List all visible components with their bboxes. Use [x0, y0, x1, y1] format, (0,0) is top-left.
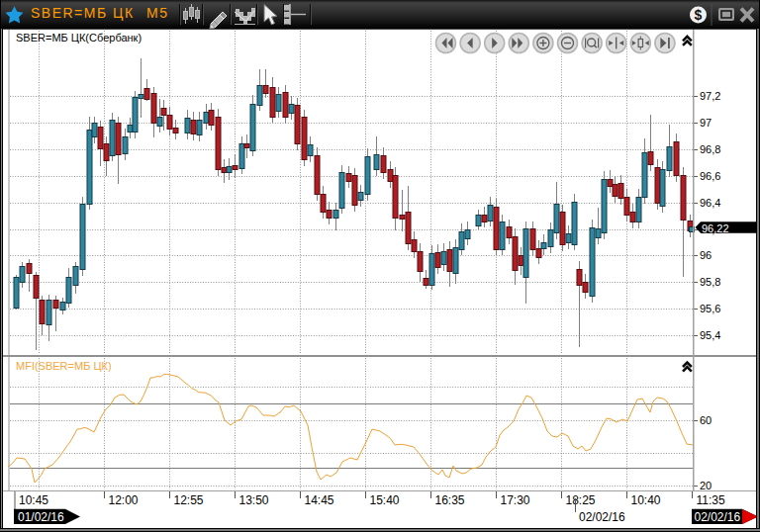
- svg-text:10:45: 10:45: [19, 493, 48, 507]
- svg-text:20: 20: [700, 480, 712, 491]
- svg-text:96,22: 96,22: [702, 222, 729, 234]
- svg-text:10:40: 10:40: [631, 493, 661, 507]
- svg-text:17:30: 17:30: [501, 493, 530, 507]
- svg-text:95,8: 95,8: [700, 276, 720, 288]
- svg-text:11:35: 11:35: [697, 493, 725, 507]
- svg-text:95,4: 95,4: [700, 329, 720, 341]
- svg-text:15:40: 15:40: [370, 493, 400, 507]
- svg-text:13:50: 13:50: [239, 493, 269, 507]
- svg-text:$: $: [695, 7, 703, 23]
- svg-text:02/02/16: 02/02/16: [695, 510, 741, 524]
- svg-text:14:45: 14:45: [305, 493, 334, 507]
- svg-text:02/02/16: 02/02/16: [579, 510, 625, 524]
- svg-text:96,8: 96,8: [700, 143, 720, 155]
- svg-text:MFI(SBER=МБ ЦК): MFI(SBER=МБ ЦК): [16, 360, 112, 372]
- svg-text:96,6: 96,6: [700, 170, 720, 182]
- svg-text:16:35: 16:35: [435, 493, 465, 507]
- svg-text:95,6: 95,6: [700, 303, 720, 314]
- svg-text:97: 97: [700, 117, 712, 129]
- svg-text:96,4: 96,4: [700, 197, 720, 209]
- svg-text:18:25: 18:25: [566, 493, 596, 507]
- svg-text:96: 96: [700, 249, 712, 261]
- svg-text:SBER=МБ ЦК(Сбербанк): SBER=МБ ЦК(Сбербанк): [16, 32, 142, 44]
- svg-text:12:00: 12:00: [109, 493, 139, 507]
- svg-text:01/02/16: 01/02/16: [18, 510, 64, 524]
- svg-text:60: 60: [700, 414, 712, 426]
- svg-text:12:55: 12:55: [174, 493, 204, 507]
- svg-text:97,2: 97,2: [700, 90, 720, 102]
